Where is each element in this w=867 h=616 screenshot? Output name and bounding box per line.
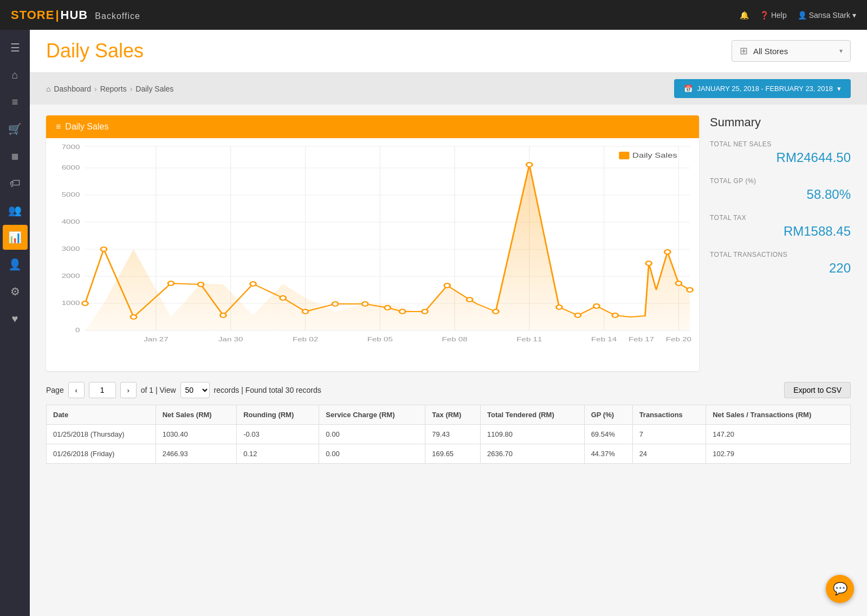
- table-cell: 01/25/2018 (Thursday): [47, 425, 156, 444]
- svg-text:Feb 14: Feb 14: [591, 336, 617, 342]
- chart-point: [82, 301, 88, 306]
- table-cell: 69.54%: [584, 425, 632, 444]
- store-selector-dropdown[interactable]: ⊞ All Stores ▾: [732, 40, 851, 62]
- page-number-input[interactable]: [89, 382, 116, 398]
- chart-legend-label: Daily Sales: [632, 152, 677, 159]
- sidebar-item-barcode[interactable]: ▦: [3, 144, 28, 168]
- sidebar-item-customers[interactable]: 👥: [3, 198, 28, 223]
- chart-point: [556, 305, 562, 309]
- user-name-label: Sansa Stark: [809, 11, 850, 20]
- summary-transactions-label: TOTAL TRANSACTIONS: [710, 251, 851, 258]
- table-cell: 1030.40: [156, 425, 236, 444]
- summary-net-sales: TOTAL NET SALES RM24644.50: [710, 140, 851, 165]
- cart-icon: 🛒: [8, 122, 22, 135]
- calendar-icon: 📅: [684, 85, 693, 93]
- sidebar-item-reports[interactable]: 📊: [3, 225, 28, 250]
- breadcrumb-home[interactable]: Dashboard: [54, 85, 91, 93]
- svg-text:6000: 6000: [62, 164, 80, 171]
- table-cell: 44.37%: [584, 444, 632, 464]
- svg-text:Feb 05: Feb 05: [367, 336, 393, 342]
- home-breadcrumb-icon: ⌂: [46, 85, 50, 93]
- notifications-button[interactable]: 🔔: [740, 11, 749, 20]
- date-range-label: JANUARY 25, 2018 - FEBRUARY 23, 2018: [697, 85, 833, 93]
- daily-sales-chart: 0 1000 2000 3000 4000 5000 6000 7000: [51, 144, 694, 349]
- sidebar-item-cart[interactable]: 🛒: [3, 116, 28, 141]
- menu-icon: ☰: [10, 41, 20, 54]
- total-pages-label: of 1 | View: [141, 386, 176, 394]
- export-csv-button[interactable]: Export to CSV: [784, 382, 851, 398]
- pagination-bar: Page ‹ › of 1 | View 50 25 100 records |…: [46, 382, 851, 398]
- summary-transactions-value: 220: [710, 261, 851, 276]
- summary-panel: Summary TOTAL NET SALES RM24644.50 TOTAL…: [710, 115, 851, 371]
- chart-point: [664, 250, 670, 254]
- sidebar-item-tags[interactable]: 🏷: [3, 171, 28, 196]
- sidebar-item-favorites[interactable]: ♥: [3, 306, 28, 331]
- chart-point: [593, 304, 599, 308]
- staff-icon: 👤: [8, 258, 22, 271]
- sidebar-item-settings[interactable]: ⚙: [3, 279, 28, 304]
- col-gp: GP (%): [584, 405, 632, 425]
- help-button[interactable]: ❓ Help: [760, 11, 787, 20]
- table-cell: 147.20: [706, 425, 851, 444]
- records-info: records | Found total 30 records: [214, 386, 321, 394]
- table-row: 01/26/2018 (Friday)2466.930.120.00169.65…: [47, 444, 851, 464]
- tag-icon: 🏷: [10, 177, 21, 190]
- summary-net-sales-label: TOTAL NET SALES: [710, 140, 851, 148]
- reports-icon: 📊: [8, 231, 22, 244]
- sidebar-item-menu[interactable]: ☰: [3, 35, 28, 60]
- sidebar-item-home[interactable]: ⌂: [3, 62, 28, 87]
- customers-icon: 👥: [8, 204, 22, 217]
- chat-button[interactable]: 💬: [826, 575, 854, 603]
- summary-tax-label: TOTAL TAX: [710, 214, 851, 222]
- page-label: Page: [46, 386, 64, 394]
- summary-tax-value: RM1588.45: [710, 224, 851, 239]
- table-cell: 7: [632, 425, 706, 444]
- records-per-page-select[interactable]: 50 25 100: [180, 382, 210, 398]
- svg-text:5000: 5000: [62, 191, 80, 198]
- chart-point: [220, 313, 226, 317]
- col-total-tendered: Total Tendered (RM): [481, 405, 585, 425]
- chart-point: [444, 283, 450, 288]
- list-icon: ≡: [12, 96, 18, 108]
- sidebar: ☰ ⌂ ≡ 🛒 ▦ 🏷 👥 📊 👤 ⚙ ♥: [0, 30, 30, 616]
- table-cell: 2466.93: [156, 444, 236, 464]
- chart-line: [85, 165, 690, 317]
- home-icon: ⌂: [11, 69, 18, 81]
- table-cell: 169.65: [425, 444, 481, 464]
- svg-text:3000: 3000: [62, 245, 80, 252]
- daily-sales-table: Date Net Sales (RM) Rounding (RM) Servic…: [46, 405, 851, 464]
- summary-transactions: TOTAL TRANSACTIONS 220: [710, 251, 851, 276]
- brand-store: STORE: [11, 8, 54, 22]
- next-page-button[interactable]: ›: [120, 382, 137, 398]
- svg-text:Feb 20: Feb 20: [666, 336, 691, 342]
- summary-gp-value: 58.80%: [710, 187, 851, 202]
- chart-body: 0 1000 2000 3000 4000 5000 6000 7000: [46, 138, 699, 371]
- prev-page-button[interactable]: ‹: [68, 382, 85, 398]
- main-layout: ☰ ⌂ ≡ 🛒 ▦ 🏷 👥 📊 👤 ⚙ ♥: [0, 30, 867, 616]
- svg-text:Feb 08: Feb 08: [442, 336, 467, 342]
- heart-icon: ♥: [12, 313, 18, 325]
- brand-separator: |: [55, 8, 59, 22]
- brand-hub: HUB: [61, 8, 88, 22]
- table-header-row: Date Net Sales (RM) Rounding (RM) Servic…: [47, 405, 851, 425]
- sidebar-item-staff[interactable]: 👤: [3, 252, 28, 277]
- chart-legend-color: [619, 152, 629, 159]
- svg-text:4000: 4000: [62, 218, 80, 225]
- chart-point: [168, 281, 174, 286]
- breadcrumb-reports[interactable]: Reports: [100, 85, 127, 93]
- svg-text:Feb 17: Feb 17: [629, 336, 654, 342]
- chevron-down-icon: ▾: [837, 85, 841, 93]
- topnav-actions: 🔔 ❓ Help 👤 Sansa Stark ▾: [740, 11, 856, 20]
- sidebar-item-orders[interactable]: ≡: [3, 89, 28, 114]
- header-bar: Daily Sales ⊞ All Stores ▾: [30, 30, 867, 73]
- table-row: 01/25/2018 (Thursday)1030.40-0.030.0079.…: [47, 425, 851, 444]
- summary-tax: TOTAL TAX RM1588.45: [710, 214, 851, 239]
- brand-area: STORE|HUB Backoffice: [11, 8, 140, 22]
- date-range-button[interactable]: 📅 JANUARY 25, 2018 - FEBRUARY 23, 2018 ▾: [674, 79, 851, 98]
- svg-text:7000: 7000: [62, 144, 80, 150]
- chart-card: ≡ Daily Sales: [46, 115, 699, 371]
- breadcrumb-sep-2: ›: [130, 85, 133, 93]
- chart-point: [280, 296, 286, 300]
- col-rounding: Rounding (RM): [237, 405, 319, 425]
- user-menu-button[interactable]: 👤 Sansa Stark ▾: [798, 11, 856, 20]
